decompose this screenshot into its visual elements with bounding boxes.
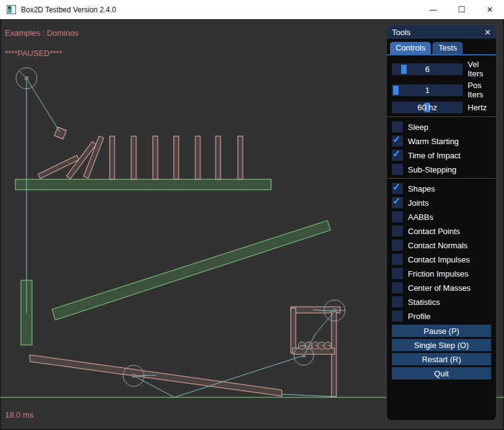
checkbox-label: Contact Normals: [408, 241, 468, 250]
tab-controls[interactable]: Controls: [390, 42, 431, 54]
slider-label: Pos Iters: [468, 81, 491, 99]
checkbox-label: AABBs: [408, 213, 433, 222]
slider-value: 6: [392, 63, 463, 75]
vel-iters-slider: 6 Vel Iters: [392, 60, 491, 78]
window-controls: — ☐ ✕: [419, 0, 504, 19]
checkbox-shapes[interactable]: ✓ Shapes: [392, 183, 491, 194]
checkbox-box[interactable]: ✓: [392, 164, 403, 175]
window-title: Box2D Testbed Version 2.4.0: [21, 6, 116, 14]
domino-shelf: [15, 179, 271, 190]
checkbox-label: Sub-Stepping: [408, 165, 457, 174]
hertz-slider: 60 hz Hertz: [392, 102, 491, 113]
button-rows: Pause (P) Single Step (O) Restart (R) Qu…: [392, 325, 491, 379]
pos-iters-slider: 1 Pos Iters: [392, 81, 491, 99]
close-button[interactable]: ✕: [476, 0, 504, 19]
single-step-o-button[interactable]: Single Step (O): [392, 339, 491, 351]
tools-panel-titlebar[interactable]: Tools ✕: [387, 25, 496, 39]
checkbox-time-of-impact[interactable]: ✓ Time of Impact: [392, 150, 491, 161]
checkbox-box[interactable]: ✓: [392, 197, 403, 208]
checkbox-label: Center of Masses: [408, 283, 471, 293]
checkbox-friction-impulses[interactable]: ✓ Friction Impulses: [392, 268, 491, 279]
restart-r-button[interactable]: Restart (R): [392, 353, 491, 365]
checkbox-profile[interactable]: ✓ Profile: [392, 310, 491, 322]
checkbox-box[interactable]: ✓: [392, 121, 403, 132]
slider-label: Vel Iters: [468, 60, 491, 78]
checkbox-sleep[interactable]: ✓ Sleep: [392, 121, 491, 132]
checkbox-label: Joints: [408, 198, 429, 208]
checkbox-box[interactable]: ✓: [392, 240, 403, 251]
paused-status: ****PAUSED****: [5, 49, 62, 58]
pause-p-button[interactable]: Pause (P): [392, 325, 491, 337]
window-titlebar: Box2D Testbed Version 2.4.0 — ☐ ✕: [0, 0, 504, 19]
checkbox-rows: ✓ Sleep ✓ Warm Starting ✓ Time of Impact…: [392, 121, 491, 322]
frame-structure: [291, 307, 340, 397]
checkbox-label: Friction Impulses: [408, 269, 468, 278]
checkbox-contact-impulses[interactable]: ✓ Contact Impulses: [392, 254, 491, 265]
checkbox-label: Sleep: [408, 123, 428, 132]
checkbox-label: Profile: [408, 312, 431, 321]
checkbox-joints[interactable]: ✓ Joints: [392, 197, 491, 208]
checkbox-box[interactable]: ✓: [392, 225, 403, 237]
checkbox-label: Contact Points: [408, 227, 460, 236]
checkbox-box[interactable]: ✓: [392, 296, 403, 307]
tools-panel: Tools ✕ Controls Tests 6 Vel Iters 1 Pos…: [386, 25, 497, 421]
example-title: Examples : Dominos: [5, 28, 78, 38]
checkbox-statistics[interactable]: ✓ Statistics: [392, 296, 491, 307]
checkbox-label: Warm Starting: [408, 137, 459, 146]
slider-value: 60 hz: [392, 102, 463, 113]
checkbox-box[interactable]: ✓: [392, 254, 403, 265]
checkbox-label: Contact Impulses: [408, 255, 469, 264]
separator: [387, 178, 496, 179]
panel-close-icon[interactable]: ✕: [484, 28, 491, 37]
checkbox-center-of-masses[interactable]: ✓ Center of Masses: [392, 282, 491, 293]
quit-button[interactable]: Quit: [392, 367, 491, 379]
checkbox-box[interactable]: ✓: [392, 136, 403, 147]
angled-plank: [52, 221, 331, 320]
tools-panel-title: Tools: [392, 28, 410, 37]
tabbar: Controls Tests: [387, 42, 496, 55]
maximize-button[interactable]: ☐: [447, 0, 476, 19]
checkbox-box[interactable]: ✓: [392, 211, 403, 222]
checkbox-aabbs[interactable]: ✓ AABBs: [392, 211, 491, 222]
checkmark-icon: ✓: [392, 148, 400, 160]
checkbox-sub-stepping[interactable]: ✓ Sub-Stepping: [392, 164, 491, 175]
checkbox-box[interactable]: ✓: [392, 310, 403, 322]
checkmark-icon: ✓: [392, 195, 400, 207]
separator: [387, 116, 496, 117]
pendulum-box: [54, 127, 67, 139]
checkbox-box[interactable]: ✓: [392, 282, 403, 293]
frame-time: 18.0 ms: [5, 410, 33, 420]
checkbox-warm-starting[interactable]: ✓ Warm Starting: [392, 136, 491, 147]
checkbox-box[interactable]: ✓: [392, 268, 403, 279]
tab-tests[interactable]: Tests: [433, 42, 462, 54]
tools-panel-body: Controls Tests 6 Vel Iters 1 Pos Iters 6…: [387, 39, 496, 386]
checkbox-label: Time of Impact: [408, 151, 460, 160]
checkbox-label: Shapes: [408, 184, 435, 193]
checkmark-icon: ✓: [392, 134, 400, 145]
checkmark-icon: ✓: [392, 181, 400, 193]
minimize-button[interactable]: —: [419, 0, 447, 19]
dominos: [38, 136, 243, 179]
slider-rows: 6 Vel Iters 1 Pos Iters 60 hz Hertz: [392, 60, 491, 113]
slider-value: 1: [392, 84, 463, 96]
checkbox-box[interactable]: ✓: [392, 183, 403, 194]
slider-label: Hertz: [468, 103, 487, 112]
joint-anchors: [25, 76, 336, 378]
checkbox-contact-points[interactable]: ✓ Contact Points: [392, 225, 491, 237]
app-icon: [7, 5, 16, 14]
checkbox-contact-normals[interactable]: ✓ Contact Normals: [392, 240, 491, 251]
checkbox-label: Statistics: [408, 298, 440, 307]
checkbox-box[interactable]: ✓: [392, 150, 403, 161]
